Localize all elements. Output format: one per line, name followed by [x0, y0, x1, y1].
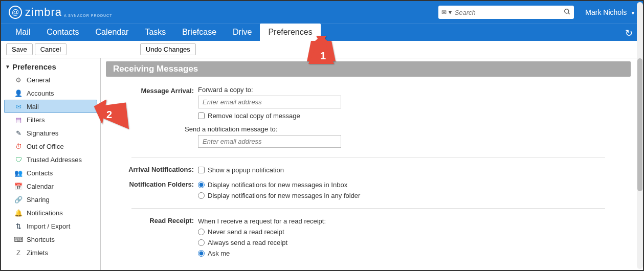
save-button[interactable]: Save [6, 43, 33, 55]
sidebar-item-label: Import / Export [27, 222, 70, 230]
svg-line-1 [568, 12, 570, 14]
sidebar-icon: 👤 [14, 89, 23, 97]
receipt-always-radio-label[interactable]: Always send a read receipt [198, 237, 631, 248]
preferences-sidebar: ▼ Preferences ⚙General👤Accounts✉Mail▤Fil… [1, 58, 101, 270]
receipt-ask-radio-label[interactable]: Ask me [198, 248, 631, 259]
mail-scope-icon[interactable]: ✉ ▾ [441, 9, 451, 16]
search-icon[interactable] [564, 8, 571, 17]
receipt-ask-radio[interactable] [198, 250, 205, 257]
sidebar-icon: 🛡 [14, 155, 23, 164]
sidebar-icon: ⌨ [14, 235, 23, 243]
sidebar-icon: ⇅ [14, 222, 23, 230]
sidebar-item-label: General [27, 76, 50, 84]
sidebar-icon: 📅 [14, 182, 23, 190]
receipt-always-radio[interactable] [198, 239, 205, 246]
tab-calendar[interactable]: Calendar [87, 24, 137, 41]
collapse-icon: ▼ [5, 64, 10, 70]
logo-icon: @ [9, 6, 22, 19]
logo-subtitle: A SYNACOR PRODUCT [64, 14, 112, 17]
sidebar-item-label: Mail [27, 103, 39, 110]
sidebar-item-label: Signatures [27, 129, 58, 137]
sidebar-item-label: Trusted Addresses [27, 156, 82, 164]
remove-local-checkbox-label[interactable]: Remove local copy of message [198, 110, 631, 121]
refresh-icon[interactable]: ↻ [621, 26, 637, 41]
sidebar-item-label: Sharing [27, 196, 50, 204]
read-receipt-intro: When I receive a request for a read rece… [198, 216, 631, 227]
sidebar-icon: ⏱ [14, 142, 23, 150]
notify-any-radio-label[interactable]: Display notifications for new messages i… [198, 190, 631, 201]
notify-inbox-radio-label[interactable]: Display notifications for new messages i… [198, 179, 631, 190]
forward-email-input[interactable] [198, 96, 341, 108]
tab-drive[interactable]: Drive [225, 24, 260, 41]
tab-briefcase[interactable]: Briefcase [174, 24, 225, 41]
read-receipt-label: Read Receipt: [106, 216, 198, 259]
cancel-button[interactable]: Cancel [35, 43, 66, 55]
sidebar-item-contacts[interactable]: 👥Contacts [4, 166, 97, 179]
sidebar-item-trusted-addresses[interactable]: 🛡Trusted Addresses [4, 153, 97, 166]
section-title: Receiving Messages [106, 61, 631, 77]
sidebar-icon: ▤ [14, 116, 23, 124]
receipt-never-radio-label[interactable]: Never send a read receipt [198, 227, 631, 237]
sidebar-item-label: Zimlets [27, 249, 48, 257]
sidebar-icon: ⚙ [14, 76, 23, 84]
sidebar-icon: ✎ [14, 129, 23, 137]
sidebar-item-label: Contacts [27, 169, 53, 177]
sidebar-item-import-export[interactable]: ⇅Import / Export [4, 219, 97, 233]
svg-point-0 [565, 9, 569, 13]
chevron-down-icon: ▼ [631, 11, 635, 16]
sidebar-icon: 🔔 [14, 209, 23, 217]
annotation-arrow-1: 1 [306, 36, 342, 73]
scrollbar-thumb[interactable] [637, 58, 642, 191]
sidebar-item-label: Notifications [27, 209, 63, 217]
sidebar-item-mail[interactable]: ✉Mail [4, 100, 97, 113]
sidebar-icon: 🔗 [14, 195, 23, 204]
notification-folders-label: Notification Folders: [106, 179, 198, 201]
search-input[interactable] [452, 9, 564, 16]
sidebar-title[interactable]: ▼ Preferences [4, 60, 97, 73]
arrival-notifications-label: Arrival Notifications: [106, 165, 198, 175]
content-pane: Receiving Messages Message Arrival: Forw… [101, 58, 643, 270]
remove-local-checkbox[interactable] [198, 112, 205, 119]
user-menu[interactable]: Mark Nichols ▼ [585, 8, 635, 16]
sidebar-icon: 👥 [14, 169, 23, 177]
popup-notification-checkbox-label[interactable]: Show a popup notification [198, 165, 631, 175]
sidebar-item-accounts[interactable]: 👤Accounts [4, 86, 97, 100]
sidebar-item-zimlets[interactable]: ZZimlets [4, 246, 97, 259]
send-notification-text: Send a notification message to: [185, 125, 277, 133]
sidebar-item-label: Calendar [27, 183, 54, 190]
logo-text: zimbra [25, 6, 62, 19]
tab-contacts[interactable]: Contacts [38, 24, 87, 41]
sidebar-item-label: Accounts [27, 89, 54, 97]
undo-changes-button[interactable]: Undo Changes [140, 43, 196, 55]
receipt-never-radio[interactable] [198, 229, 205, 235]
tab-mail[interactable]: Mail [7, 24, 38, 41]
sidebar-item-label: Out of Office [27, 143, 64, 150]
scrollbar[interactable] [637, 2, 643, 269]
sidebar-item-label: Shortcuts [27, 236, 55, 243]
forward-copy-text: Forward a copy to: [198, 86, 253, 94]
sidebar-item-filters[interactable]: ▤Filters [4, 113, 97, 126]
sidebar-item-notifications[interactable]: 🔔Notifications [4, 206, 97, 219]
logo: @ zimbra A SYNACOR PRODUCT [9, 6, 112, 19]
sidebar-item-label: Filters [27, 116, 45, 124]
sidebar-item-out-of-office[interactable]: ⏱Out of Office [4, 140, 97, 153]
sidebar-item-signatures[interactable]: ✎Signatures [4, 126, 97, 140]
top-bar: @ zimbra A SYNACOR PRODUCT ✉ ▾ Mark Nich… [1, 1, 643, 24]
sidebar-item-sharing[interactable]: 🔗Sharing [4, 193, 97, 206]
notification-email-input[interactable] [198, 135, 341, 148]
notify-any-radio[interactable] [198, 192, 205, 199]
sidebar-item-general[interactable]: ⚙General [4, 73, 97, 86]
main-area: ▼ Preferences ⚙General👤Accounts✉Mail▤Fil… [1, 58, 643, 270]
sidebar-item-shortcuts[interactable]: ⌨Shortcuts [4, 233, 97, 246]
search-box[interactable]: ✉ ▾ [438, 6, 574, 19]
sidebar-icon: Z [14, 249, 23, 257]
tab-tasks[interactable]: Tasks [137, 24, 174, 41]
sidebar-icon: ✉ [14, 102, 23, 110]
user-name: Mark Nichols [585, 8, 627, 16]
annotation-arrow-2: 2 [93, 100, 131, 140]
popup-notification-checkbox[interactable] [198, 167, 205, 173]
sidebar-item-calendar[interactable]: 📅Calendar [4, 179, 97, 193]
notify-inbox-radio[interactable] [198, 182, 205, 188]
